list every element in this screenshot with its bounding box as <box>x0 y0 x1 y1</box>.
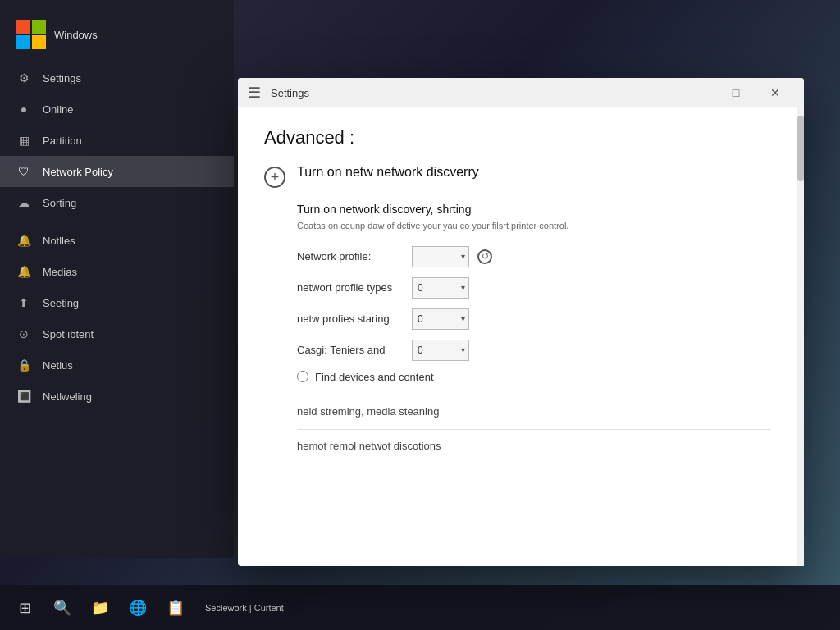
network-profile-select-wrapper <box>412 246 469 267</box>
taskbar-store-btn[interactable]: 📋 <box>159 591 192 624</box>
network-discovery-section: + Turn on netw network discverry <box>264 165 771 188</box>
start-menu-title: Windows <box>54 29 98 41</box>
sidebar-label-medias: Medias <box>43 266 77 278</box>
page-heading: Advanced : <box>264 127 771 148</box>
subsection-heading: Turn on network discovery, shrting <box>297 203 771 216</box>
scrollbar-thumb[interactable] <box>797 116 804 181</box>
casgi-select[interactable]: 0 1 2 <box>412 340 469 361</box>
sorting-icon: ☁ <box>16 195 31 210</box>
start-menu: Windows ⚙ Settings ● Online ▦ Partition … <box>0 0 234 558</box>
sidebar-item-online[interactable]: ● Online <box>0 94 234 125</box>
sidebar-label-network-policy: Network Policy <box>43 166 113 178</box>
notifier-icon: 🔔 <box>16 233 31 248</box>
spot-icon: ⊙ <box>16 326 31 341</box>
find-devices-row: Find devices and content <box>297 371 771 383</box>
taskbar-start-btn[interactable]: ⊞ <box>8 591 41 624</box>
sidebar-item-settings[interactable]: ⚙ Settings <box>0 62 234 94</box>
sidebar-item-partition[interactable]: ▦ Partition <box>0 125 234 156</box>
sidebar-item-network-policy[interactable]: 🛡 Network Policy <box>0 156 234 187</box>
network-profile-row: Network profile: ↺ <box>297 246 771 267</box>
sidebar-item-netlweling[interactable]: 🔳 Netlweling <box>0 381 234 412</box>
sidebar-item-seeting[interactable]: ⬆ Seeting <box>0 287 234 318</box>
profile-types-select[interactable]: 0 1 2 <box>412 277 469 299</box>
sidebar-label-netlus: Netlus <box>43 359 73 372</box>
sidebar-label-spot: Spot ibtent <box>43 328 94 340</box>
sidebar-item-netlus[interactable]: 🔒 Netlus <box>0 349 234 381</box>
section-heading: Turn on netw network discverry <box>297 165 479 180</box>
profies-staring-select[interactable]: 0 1 2 <box>412 308 469 330</box>
start-menu-logo: Windows <box>0 10 234 62</box>
window-titlebar: ☰ Settings — □ ✕ <box>238 78 804 107</box>
divider-1 <box>297 395 771 395</box>
window-content: Advanced : + Turn on netw network discve… <box>238 107 797 566</box>
taskbar-browser-btn[interactable]: 🌐 <box>121 591 154 624</box>
network-profile-types-row: networt profile types 0 1 2 <box>297 277 771 299</box>
sidebar-item-spot[interactable]: ⊙ Spot ibtent <box>0 318 234 349</box>
refresh-icon[interactable]: ↺ <box>477 249 492 264</box>
taskbar-cortana-btn[interactable]: 📁 <box>84 591 116 624</box>
sidebar-item-medias[interactable]: 🔔 Medias <box>0 256 234 287</box>
maximize-button[interactable]: □ <box>717 78 755 107</box>
sidebar-item-sorting[interactable]: ☁ Sorting <box>0 187 234 218</box>
find-devices-label[interactable]: Find devices and content <box>315 371 434 383</box>
taskbar: ⊞ 🔍 📁 🌐 📋 Seclework | Curtent <box>0 585 840 630</box>
netw-profies-row: netw profies staring 0 1 2 <box>297 308 771 330</box>
close-button[interactable]: ✕ <box>756 78 794 107</box>
taskbar-label: Seclework | Curtent <box>197 603 292 613</box>
remote-row[interactable]: hemot remol netwot discotions <box>297 438 771 454</box>
medias-icon: 🔔 <box>16 264 31 279</box>
sidebar-label-sorting: Sorting <box>43 197 76 209</box>
netw-profies-label: netw profies staring <box>297 313 404 325</box>
settings-window: ☰ Settings — □ ✕ Advanced : + Turn on ne… <box>238 78 804 566</box>
partition-icon: ▦ <box>16 133 31 148</box>
find-devices-radio[interactable] <box>297 371 308 382</box>
section-heading-block: Turn on netw network discverry <box>297 165 479 180</box>
expand-icon[interactable]: + <box>264 167 285 188</box>
profies-staring-select-wrapper: 0 1 2 <box>412 308 469 330</box>
sidebar-label-seeting: Seeting <box>43 297 79 309</box>
netlweling-icon: 🔳 <box>16 389 31 404</box>
network-discovery-content: Turn on network discovery, shrting Ceata… <box>264 203 771 454</box>
scrollbar-track[interactable] <box>797 107 804 566</box>
seeting-icon: ⬆ <box>16 295 31 310</box>
minimize-button[interactable]: — <box>678 78 715 107</box>
profile-types-select-wrapper: 0 1 2 <box>412 277 469 299</box>
sidebar-item-notifier[interactable]: 🔔 Notlles <box>0 225 234 256</box>
window-controls: — □ ✕ <box>678 78 794 107</box>
network-policy-icon: 🛡 <box>16 164 31 179</box>
window-title: Settings <box>271 87 678 99</box>
taskbar-search-btn[interactable]: 🔍 <box>46 591 79 624</box>
sidebar-label-partition: Partition <box>43 135 82 147</box>
settings-icon: ⚙ <box>16 71 31 85</box>
casgi-teniers-label: Casgi: Teniers and <box>297 344 404 356</box>
network-profile-types-label: networt profile types <box>297 281 404 294</box>
sidebar-label-notifier: Notlles <box>43 235 75 247</box>
casgi-teniers-row: Casgi: Teniers and 0 1 2 <box>297 340 771 361</box>
sidebar-label-online: Online <box>43 103 74 116</box>
online-icon: ● <box>16 102 31 116</box>
network-profile-select[interactable] <box>412 246 469 267</box>
divider-2 <box>297 429 771 430</box>
section-description: Ceatas on ceunp daw of dctive your yau c… <box>297 219 771 233</box>
media-streaming-row[interactable]: neid streming, media steaning <box>297 404 771 419</box>
window-content-wrapper: Advanced : + Turn on netw network discve… <box>238 107 804 566</box>
hamburger-icon[interactable]: ☰ <box>248 85 261 100</box>
sidebar-label-netlweling: Netlweling <box>43 390 92 403</box>
windows-logo <box>16 20 46 49</box>
casgi-select-wrapper: 0 1 2 <box>412 340 469 361</box>
sidebar-label-settings: Settings <box>43 72 81 84</box>
netlus-icon: 🔒 <box>16 358 31 372</box>
network-profile-label: Network profile: <box>297 250 404 262</box>
